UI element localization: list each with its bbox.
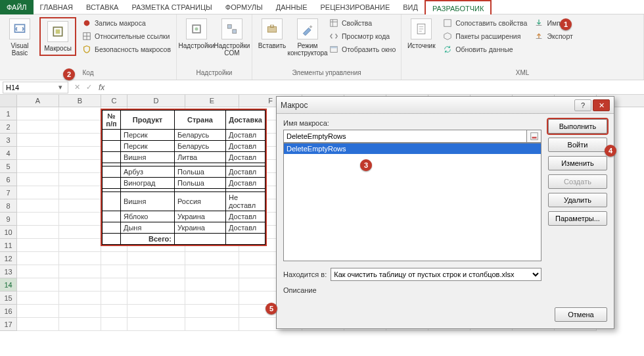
tab-developer[interactable]: РАЗРАБОТЧИК — [425, 0, 492, 14]
cell[interactable] — [127, 252, 185, 265]
view-code-button[interactable]: Просмотр кода — [327, 30, 397, 42]
row-header[interactable]: 4 — [0, 147, 17, 160]
cell[interactable] — [17, 278, 59, 292]
row-header[interactable]: 1 — [0, 107, 17, 120]
tab-view[interactable]: ВИД — [396, 0, 425, 14]
cell[interactable] — [59, 160, 101, 173]
cell[interactable] — [59, 213, 101, 226]
row-header[interactable]: 7 — [0, 186, 17, 199]
row-header[interactable]: 15 — [0, 292, 17, 305]
cell[interactable] — [59, 278, 101, 292]
cell[interactable] — [127, 305, 185, 318]
insert-control-button[interactable]: Вставить — [256, 17, 288, 51]
tab-file[interactable]: ФАЙЛ — [0, 0, 34, 14]
cell[interactable] — [17, 226, 59, 239]
cell[interactable] — [101, 265, 127, 278]
tab-review[interactable]: РЕЦЕНЗИРОВАНИЕ — [313, 0, 396, 14]
cell[interactable] — [59, 252, 101, 265]
cell[interactable] — [17, 292, 59, 305]
cell[interactable] — [101, 292, 127, 305]
xml-source-button[interactable]: Источник — [405, 17, 437, 51]
macros-in-select[interactable]: Как очистить таблицу от пустых строк и с… — [331, 268, 541, 281]
cell[interactable] — [59, 265, 101, 278]
cell[interactable] — [17, 252, 59, 265]
cell[interactable] — [17, 120, 59, 134]
cancel-button[interactable]: Отмена — [555, 307, 607, 322]
tab-insert[interactable]: ВСТАВКА — [80, 0, 125, 14]
row-header[interactable]: 11 — [0, 239, 17, 252]
record-macro-button[interactable]: Запись макроса — [80, 17, 172, 29]
row-header[interactable]: 9 — [0, 213, 17, 226]
cell[interactable] — [101, 318, 127, 331]
expansion-packs-button[interactable]: Пакеты расширения — [441, 30, 528, 42]
cell[interactable] — [101, 252, 127, 265]
macros-button[interactable]: Макросы — [42, 20, 74, 53]
cell[interactable] — [185, 292, 239, 305]
tab-formulas[interactable]: ФОРМУЛЫ — [219, 0, 269, 14]
cell[interactable] — [17, 239, 59, 252]
cell[interactable] — [17, 265, 59, 278]
step-into-button[interactable]: Войти — [548, 138, 607, 152]
delete-button[interactable]: Удалить — [548, 193, 607, 207]
cell[interactable] — [59, 186, 101, 199]
cell[interactable] — [59, 305, 101, 318]
cell[interactable] — [17, 305, 59, 318]
run-dialog-button[interactable]: Отобразить окно — [327, 43, 397, 55]
formula-input[interactable] — [108, 82, 644, 93]
row-header[interactable]: 16 — [0, 305, 17, 318]
cell[interactable] — [185, 305, 239, 318]
map-properties-button[interactable]: Сопоставить свойства — [441, 17, 528, 29]
macro-list[interactable]: DeleteEmptyRows — [283, 143, 541, 261]
name-box[interactable]: ▾ — [3, 82, 68, 93]
com-addins-button[interactable]: Надстройки COM — [216, 17, 248, 58]
visual-basic-button[interactable]: Visual Basic — [4, 17, 35, 58]
cell[interactable] — [59, 120, 101, 134]
row-header[interactable]: 10 — [0, 226, 17, 239]
cell[interactable] — [101, 278, 127, 292]
cell[interactable] — [17, 199, 59, 213]
cell[interactable] — [59, 134, 101, 147]
column-header[interactable]: E — [185, 95, 239, 107]
row-header[interactable]: 3 — [0, 134, 17, 147]
tab-home[interactable]: ГЛАВНАЯ — [34, 0, 80, 14]
relative-refs-button[interactable]: Относительные ссылки — [80, 30, 172, 42]
run-button[interactable]: Выполнить — [548, 119, 607, 134]
row-header[interactable]: 12 — [0, 252, 17, 265]
addins-button[interactable]: Надстройки — [181, 17, 212, 51]
column-header[interactable]: C — [101, 95, 127, 107]
cell[interactable] — [127, 278, 185, 292]
column-header[interactable]: A — [17, 95, 59, 107]
cell[interactable] — [101, 305, 127, 318]
cell[interactable] — [17, 147, 59, 160]
tab-pagelayout[interactable]: РАЗМЕТКА СТРАНИЦЫ — [125, 0, 218, 14]
column-header[interactable]: B — [59, 95, 101, 107]
cell[interactable] — [59, 239, 101, 252]
cell[interactable] — [17, 213, 59, 226]
cell[interactable] — [59, 292, 101, 305]
cell[interactable] — [59, 173, 101, 186]
cell[interactable] — [127, 318, 185, 331]
cell[interactable] — [59, 226, 101, 239]
tab-data[interactable]: ДАННЫЕ — [269, 0, 314, 14]
name-box-input[interactable] — [3, 84, 56, 91]
cell[interactable] — [17, 173, 59, 186]
cell[interactable] — [185, 252, 239, 265]
collapse-dialog-icon[interactable] — [527, 130, 541, 143]
cell[interactable] — [185, 318, 239, 331]
cell[interactable] — [127, 292, 185, 305]
cell[interactable] — [59, 318, 101, 331]
accept-formula-icon[interactable]: ✓ — [83, 83, 95, 91]
column-header[interactable]: D — [127, 95, 185, 107]
row-header[interactable]: 17 — [0, 318, 17, 331]
macro-list-item[interactable]: DeleteEmptyRows — [284, 143, 541, 154]
cell[interactable] — [17, 134, 59, 147]
refresh-data-button[interactable]: Обновить данные — [441, 43, 528, 55]
cell[interactable] — [17, 318, 59, 331]
help-button[interactable]: ? — [574, 99, 591, 111]
edit-button[interactable]: Изменить — [548, 156, 607, 170]
cell[interactable] — [17, 160, 59, 173]
export-button[interactable]: Экспорт — [532, 30, 574, 42]
cell[interactable] — [185, 278, 239, 292]
row-header[interactable]: 13 — [0, 265, 17, 278]
cell[interactable] — [17, 186, 59, 199]
